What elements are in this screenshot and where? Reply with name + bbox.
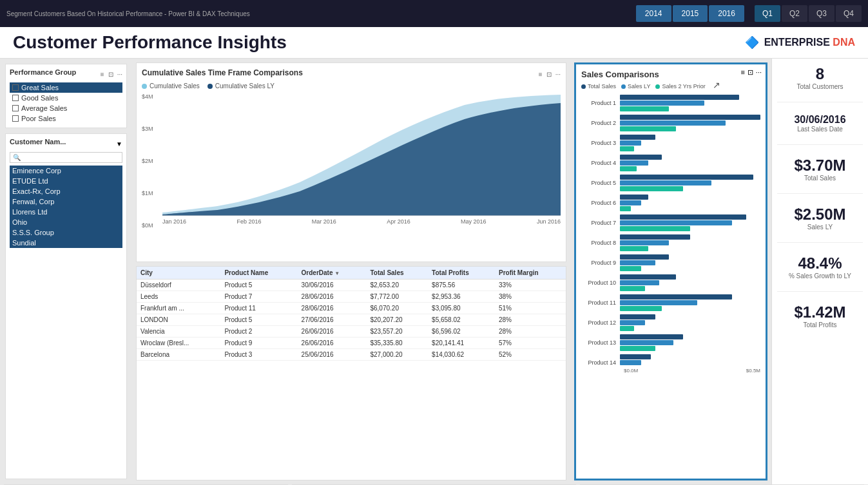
chart-legend: Cumulative Sales Cumulative Sales LY — [142, 82, 561, 90]
table-row: Leeds Product 7 28/06/2016 $7,772.00 $2,… — [137, 291, 566, 303]
stat-total-profits: $1.42M Total Profits — [777, 303, 863, 328]
cell-profits: $875.56 — [428, 280, 495, 291]
cell-margin: 28% — [495, 326, 566, 338]
quarter-tab-q4[interactable]: Q4 — [836, 5, 862, 22]
bar-total — [620, 95, 739, 100]
sort-icon: ▼ — [334, 271, 340, 276]
bar-total — [620, 214, 746, 220]
col-totalsales[interactable]: Total Sales — [366, 267, 428, 280]
customer-search-box[interactable]: 🔍 — [10, 152, 122, 163]
quarter-tab-q2[interactable]: Q2 — [782, 5, 807, 22]
cell-sales: $7,772.00 — [366, 291, 428, 303]
sc-bar-row: Product 5 — [581, 175, 760, 191]
sc-legend-totalsales: Total Sales — [581, 83, 616, 90]
col-product[interactable]: Product Name — [220, 267, 297, 280]
stat-last-sale: 30/06/2016 Last Sales Date — [777, 114, 863, 133]
bar-group — [620, 115, 760, 131]
page-title: Customer Performance Insights — [13, 32, 287, 53]
customer-item-etude[interactable]: ETUDE Ltd — [10, 176, 122, 186]
cell-margin: 51% — [495, 303, 566, 314]
bar-ly — [620, 100, 704, 106]
checkbox-average-sales[interactable] — [12, 105, 19, 111]
cell-city: Wroclaw (Bresl... — [137, 338, 220, 349]
bar-chart-area: Product 1 Product 2 Product 3 Product 4 — [581, 95, 760, 365]
customer-item-eminence[interactable]: Eminence Corp — [10, 166, 122, 176]
sc-bar-row: Product 8 — [581, 234, 760, 251]
bar-total — [620, 234, 690, 240]
bar-group — [620, 155, 760, 171]
customer-item-ohio[interactable]: Ohio — [10, 217, 122, 227]
stat-total-customers: 8 Total Customers — [777, 65, 863, 90]
bar-ly — [620, 220, 732, 225]
bar-prior — [620, 146, 634, 151]
customer-filter-expand[interactable]: ▼ — [116, 140, 122, 147]
chart-expand-icon[interactable]: ⊡ — [546, 71, 552, 78]
chart-menu-icon[interactable]: ≡ — [539, 71, 543, 78]
middle-panel: Cumulative Sales Time Frame Comparisons … — [132, 59, 570, 484]
cell-city: Düsseldorf — [137, 280, 220, 291]
y-label-2m: $2M — [142, 158, 160, 164]
bar-product-label: Product 2 — [581, 120, 620, 126]
y-axis-labels: $4M $3M $2M $1M $0M — [142, 93, 162, 229]
sc-menu-icon[interactable]: ≡ — [740, 68, 744, 77]
customer-item-exactrx[interactable]: Exact-Rx, Corp — [10, 186, 122, 196]
bar-group — [620, 234, 760, 251]
checkbox-good-sales[interactable] — [12, 95, 19, 101]
checkbox-great-sales[interactable] — [12, 84, 19, 91]
sc-more-icon[interactable]: ··· — [756, 68, 762, 77]
bar-total — [620, 115, 760, 120]
table-row: LONDON Product 5 27/06/2016 $20,207.20 $… — [137, 314, 566, 326]
bar-group — [620, 214, 760, 231]
perf-item-good-sales[interactable]: Good Sales — [10, 93, 122, 103]
customer-item-fenwal[interactable]: Fenwal, Corp — [10, 196, 122, 207]
sc-expand-icon[interactable]: ⊡ — [747, 68, 753, 77]
quarter-tab-q1[interactable]: Q1 — [755, 5, 780, 22]
panel-expand-icon[interactable]: ⊡ — [108, 71, 113, 78]
sc-bar-row: Product 12 — [581, 314, 760, 331]
cell-sales: $23,557.20 — [366, 326, 428, 338]
stat-sales-growth: 48.4% % Sales Growth to LY — [777, 254, 863, 280]
chart-more-icon[interactable]: ··· — [555, 71, 561, 78]
customer-search-input[interactable] — [23, 154, 119, 161]
panel-menu-icon[interactable]: ≡ — [101, 71, 104, 78]
quarter-tab-q3[interactable]: Q3 — [809, 5, 834, 22]
bar-product-label: Product 14 — [581, 359, 620, 365]
col-orderdate[interactable]: OrderDate ▼ — [298, 267, 367, 280]
sc-label-ly: Sales LY — [628, 83, 650, 90]
area-chart-svg — [162, 93, 561, 216]
bar-product-label: Product 5 — [581, 180, 620, 186]
perf-item-average-sales[interactable]: Average Sales — [10, 103, 122, 113]
customer-item-sss[interactable]: S.S.S. Group — [10, 227, 122, 238]
year-tab-2015[interactable]: 2015 — [673, 5, 708, 22]
year-tab-2016[interactable]: 2016 — [709, 5, 744, 22]
stat-label-profits: Total Profits — [777, 321, 863, 328]
bar-total — [620, 254, 669, 260]
customer-filter-panel: Customer Nam... ▼ 🔍 Eminence Corp ETUDE … — [5, 133, 127, 479]
x-label-jan: Jan 2016 — [162, 218, 186, 225]
year-tab-2014[interactable]: 2014 — [636, 5, 671, 22]
col-profitmargin[interactable]: Profit Margin — [495, 267, 566, 280]
y-label-1m: $1M — [142, 190, 160, 196]
legend-label-cumulative: Cumulative Sales — [149, 82, 200, 90]
col-totalprofits[interactable]: Total Profits — [428, 267, 495, 280]
bar-prior — [620, 266, 641, 271]
bar-product-label: Product 7 — [581, 220, 620, 226]
cell-sales: $2,653.20 — [366, 280, 428, 291]
x-label-mar: Mar 2016 — [312, 218, 336, 225]
customer-item-sundial[interactable]: Sundial — [10, 238, 122, 248]
checkbox-poor-sales[interactable] — [12, 115, 19, 122]
panel-more-icon[interactable]: ··· — [117, 71, 122, 78]
col-city[interactable]: City — [137, 267, 220, 280]
table-row: Frankfurt am ... Product 11 28/06/2016 $… — [137, 303, 566, 314]
bar-group — [620, 354, 760, 365]
bar-total — [620, 314, 655, 319]
customer-item-llorens[interactable]: Llorens Ltd — [10, 207, 122, 217]
perf-item-great-sales[interactable]: Great Sales — [10, 82, 122, 93]
bar-product-label: Product 6 — [581, 200, 620, 206]
x-label-may: May 2016 — [461, 218, 487, 225]
perf-item-poor-sales[interactable]: Poor Sales — [10, 113, 122, 124]
cell-date: 28/06/2016 — [298, 291, 367, 303]
bar-product-label: Product 11 — [581, 300, 620, 306]
right-stats-panel: 8 Total Customers 30/06/2016 Last Sales … — [771, 59, 868, 484]
bar-prior — [620, 246, 648, 251]
